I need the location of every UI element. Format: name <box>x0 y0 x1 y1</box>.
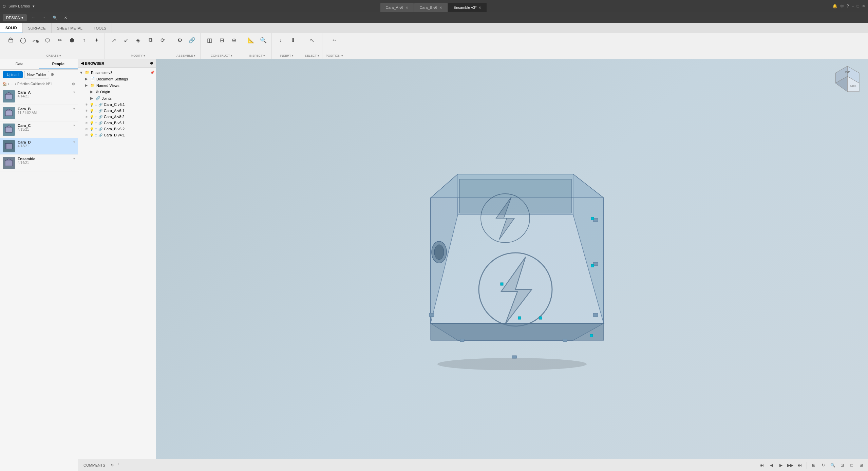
window-maximize[interactable]: □ <box>857 4 859 8</box>
construct-axis-icon[interactable]: ⊟ <box>216 35 227 45</box>
tree-carab2-vis-icon[interactable]: 👁 <box>85 127 88 131</box>
modify-shell-icon[interactable]: ⧉ <box>145 35 156 45</box>
view-grid-icon[interactable]: ⊞ <box>810 461 818 469</box>
view-rotate-icon[interactable]: ↻ <box>819 461 827 469</box>
modify-label[interactable]: MODIFY ▾ <box>131 53 145 57</box>
settings-gear-icon[interactable]: ⚙ <box>51 72 54 77</box>
create-more1-icon[interactable]: ↑ <box>79 35 90 45</box>
tab-cara-b-close[interactable]: ✕ <box>439 6 442 10</box>
modify-chamfer-icon[interactable]: ◈ <box>133 35 144 45</box>
tab-cara-a[interactable]: Cara_A.v6 ✕ <box>380 3 414 12</box>
create-revolve-icon[interactable]: ◯ <box>18 35 29 45</box>
comments-button[interactable]: COMMENTS <box>81 463 108 467</box>
tree-caraa2-light-icon[interactable]: 💡 <box>90 115 94 119</box>
list-item[interactable]: Cara_B 11:21:02 AM ▾ <box>0 105 78 121</box>
tab-ensamble[interactable]: Ensamble v3* ✕ <box>448 3 487 12</box>
tab-sheet-metal[interactable]: SHEET METAL <box>52 23 88 33</box>
help-icon[interactable]: ? <box>847 4 849 8</box>
select-label[interactable]: SELECT ▾ <box>305 53 319 57</box>
close-toolbar-btn[interactable]: ✕ <box>62 15 69 21</box>
tree-root-pin-icon[interactable]: 📌 <box>150 71 154 74</box>
tree-carab1-light-icon[interactable]: 💡 <box>90 121 94 125</box>
tree-item[interactable]: 👁 💡 □ 🔗 Cara_B v6:2 <box>78 126 156 132</box>
tree-carad-light-icon[interactable]: 💡 <box>90 133 94 137</box>
tree-caraa2-vis-icon[interactable]: 👁 <box>85 115 88 119</box>
modify-fillet-icon[interactable]: ↙ <box>120 35 131 45</box>
tree-item[interactable]: ▶ 🔗 Joints <box>78 95 156 101</box>
file-menu-ensamble[interactable]: ▾ <box>73 157 75 161</box>
tree-item[interactable]: 👁 💡 □ 🔗 Cara_A v8:2 <box>78 114 156 120</box>
tree-item[interactable]: 👁 💡 □ 🔗 Cara_A v6:1 <box>78 108 156 114</box>
new-folder-button[interactable]: New Folder <box>24 71 49 78</box>
view-display-icon[interactable]: □ <box>848 461 856 469</box>
position-label[interactable]: POSITION ▾ <box>326 53 343 57</box>
tree-root[interactable]: ▼ 📁 Ensamble v3 📌 <box>78 69 156 76</box>
create-more2-icon[interactable]: ✦ <box>91 35 102 45</box>
modify-press-pull-icon[interactable]: ↗ <box>108 35 119 45</box>
back-btn[interactable]: ← <box>30 15 37 20</box>
breadcrumb-home-icon[interactable]: 🏠 <box>3 82 7 86</box>
tree-caraa1-light-icon[interactable]: 💡 <box>90 109 94 113</box>
breadcrumb-ellipsis[interactable]: ... <box>11 82 13 86</box>
view-options-icon[interactable]: ⊞ <box>857 461 865 469</box>
file-menu-cara-a[interactable]: ▾ <box>73 90 75 94</box>
notif-icon[interactable]: 🔔 <box>832 4 837 8</box>
insert-label[interactable]: INSERT ▾ <box>280 53 294 57</box>
tree-carad-vis-icon[interactable]: 👁 <box>85 133 88 137</box>
tree-carab2-light-icon[interactable]: 💡 <box>90 127 94 131</box>
tree-item[interactable]: 👁 💡 □ 🔗 Cara_B v6:1 <box>78 120 156 126</box>
inspect-measure-icon[interactable]: 📐 <box>246 35 257 45</box>
modify-more-icon[interactable]: ⟳ <box>157 35 168 45</box>
assemble-link-icon[interactable]: 🔗 <box>187 35 197 45</box>
create-loft-icon[interactable]: ⬡ <box>42 35 53 45</box>
assemble-label[interactable]: ASSEMBLE ▾ <box>176 53 195 57</box>
user-name[interactable]: Sony Barrios <box>8 4 30 8</box>
select-cursor-icon[interactable]: ↖ <box>307 35 318 45</box>
tree-item[interactable]: ▶ 📄 Document Settings <box>78 76 156 82</box>
create-sketch-icon[interactable]: ✏ <box>54 35 65 45</box>
position-align-icon[interactable]: ↔ <box>329 35 340 45</box>
tree-item[interactable]: 👁 💡 □ 🔗 Cara_C v5:1 <box>78 101 156 108</box>
tree-carab1-vis-icon[interactable]: 👁 <box>85 121 88 125</box>
tab-cara-a-close[interactable]: ✕ <box>405 6 408 10</box>
forward-btn[interactable]: → <box>40 15 48 20</box>
list-item[interactable]: Cara_D 4/13/21 ▾ <box>0 138 78 155</box>
window-minimize[interactable]: − <box>852 4 854 8</box>
inspect-analysis-icon[interactable]: 🔍 <box>258 35 269 45</box>
browser-collapse-icon[interactable]: ◀ <box>81 61 83 65</box>
comments-expand-icon[interactable]: ⊕ <box>111 463 114 467</box>
tab-ensamble-close[interactable]: ✕ <box>478 6 481 10</box>
list-item[interactable]: Cara_A 4/14/21 ▾ <box>0 88 78 105</box>
construct-plane-icon[interactable]: ◫ <box>204 35 215 45</box>
tree-item[interactable]: ▶ 📁 Named Views <box>78 82 156 89</box>
insert-insert-icon[interactable]: ↓ <box>275 35 286 45</box>
inspect-label[interactable]: INSPECT ▾ <box>249 53 265 57</box>
upload-button[interactable]: Upload <box>3 71 23 78</box>
canvas-area[interactable]: TOP BACK <box>156 59 868 459</box>
create-extrude-icon[interactable] <box>5 35 16 45</box>
tree-caraa1-vis-icon[interactable]: 👁 <box>85 109 88 113</box>
list-item[interactable]: Cara_C 4/13/21 ▾ <box>0 121 78 138</box>
view-fit-icon[interactable]: ⊡ <box>838 461 846 469</box>
assemble-joint-icon[interactable]: ⚙ <box>174 35 185 45</box>
playback-play-icon[interactable]: ▶ <box>777 461 785 469</box>
tab-people[interactable]: People <box>39 59 78 69</box>
playback-first-icon[interactable]: ⏮ <box>758 461 766 469</box>
tab-data[interactable]: Data <box>0 59 39 69</box>
playback-prev-icon[interactable]: ◀ <box>767 461 775 469</box>
create-label[interactable]: CREATE ▾ <box>46 53 61 57</box>
file-menu-cara-c[interactable]: ▾ <box>73 124 75 127</box>
tree-item[interactable]: ▶ ⊕ Origin <box>78 89 156 95</box>
design-dropdown[interactable]: DESIGN ▾ <box>3 14 27 21</box>
view-zoom-icon[interactable]: 🔍 <box>829 461 837 469</box>
tree-carac-vis-icon[interactable]: 👁 <box>85 103 88 107</box>
window-close[interactable]: ✕ <box>862 4 865 8</box>
playback-next-icon[interactable]: ▶▶ <box>786 461 794 469</box>
tab-surface[interactable]: SURFACE <box>23 23 52 33</box>
file-menu-cara-d[interactable]: ▾ <box>73 140 75 144</box>
comments-more-icon[interactable]: ⋮ <box>116 463 120 467</box>
nav-cube[interactable]: TOP BACK <box>832 64 863 95</box>
create-plane-icon[interactable]: ⬢ <box>67 35 77 45</box>
tab-cara-b[interactable]: Cara_B.v6 ✕ <box>414 3 448 12</box>
settings-icon[interactable]: ⚙ <box>840 4 844 8</box>
